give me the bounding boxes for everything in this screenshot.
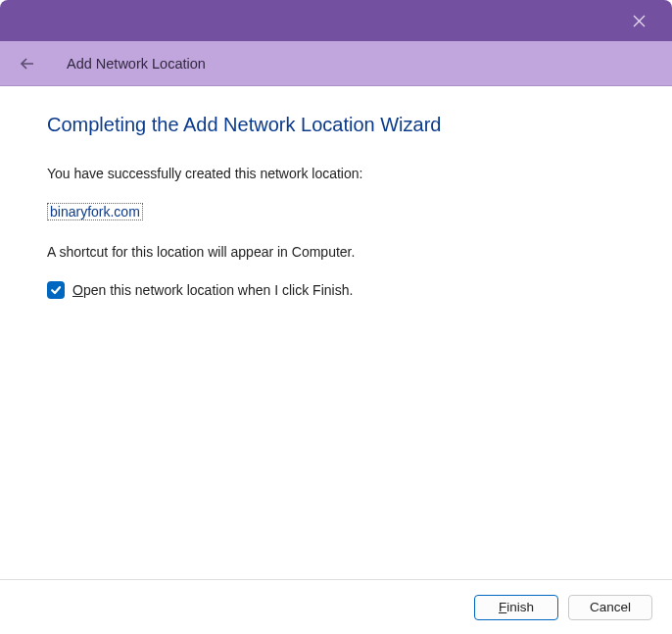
- finish-button[interactable]: Finish: [474, 595, 558, 620]
- success-text: You have successfully created this netwo…: [47, 166, 625, 181]
- wizard-title: Completing the Add Network Location Wiza…: [47, 114, 625, 136]
- titlebar: [0, 0, 672, 41]
- back-button[interactable]: [16, 52, 39, 75]
- close-icon: [633, 15, 646, 27]
- back-arrow-icon: [19, 55, 36, 73]
- wizard-footer: Finish Cancel: [0, 579, 672, 634]
- open-location-row: Open this network location when I click …: [47, 281, 625, 299]
- open-location-checkbox[interactable]: [47, 281, 65, 299]
- wizard-content: Completing the Add Network Location Wiza…: [0, 86, 672, 579]
- header-title: Add Network Location: [67, 56, 206, 72]
- cancel-button[interactable]: Cancel: [568, 595, 652, 620]
- close-button[interactable]: [617, 5, 660, 36]
- shortcut-text: A shortcut for this location will appear…: [47, 244, 625, 260]
- open-location-label[interactable]: Open this network location when I click …: [72, 282, 353, 298]
- network-location-link[interactable]: binaryfork.com: [47, 203, 143, 220]
- checkmark-icon: [50, 284, 62, 296]
- wizard-header: Add Network Location: [0, 41, 672, 86]
